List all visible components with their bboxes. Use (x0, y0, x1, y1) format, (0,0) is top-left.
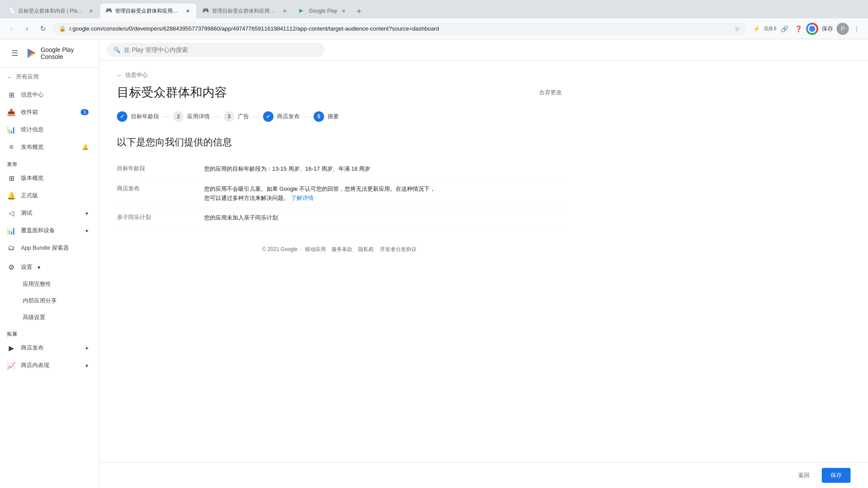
tab-favicon-2: 🎮 (106, 7, 113, 14)
help-button[interactable]: ❓ (792, 23, 804, 35)
sidebar-item-app-integrity[interactable]: 应用完整性 (0, 276, 96, 292)
breadcrumb-back-arrow[interactable]: ← (117, 72, 123, 79)
sidebar-item-release[interactable]: 🔔 正式版 (0, 187, 96, 204)
url-bar[interactable]: 🔒 r.google.com/console/u/0/developers/62… (52, 22, 747, 35)
sidebar-item-advanced[interactable]: 高级设置 (0, 309, 96, 326)
step-sep-4: — (303, 113, 310, 120)
tab-close-3[interactable]: ✕ (281, 7, 288, 14)
back-to-all-apps[interactable]: ← 所有应用 (0, 68, 99, 86)
main-content: 🔍 ← 信息中心 目标受众群体和内容 合弃更改 ✓ 目标年龄段 (99, 39, 868, 488)
coverage-icon: 📊 (7, 226, 16, 235)
step-5-label: 摘要 (328, 113, 339, 120)
sidebar-item-version-overview[interactable]: ⊞ 版本概览 (0, 169, 96, 187)
step-1-circle: ✓ (117, 111, 127, 122)
sidebar-item-label-release: 正式版 (21, 192, 38, 199)
footer-link-dev[interactable]: 开发者分发协议 (380, 246, 417, 252)
step-sep-3: — (253, 113, 260, 120)
table-row-1: 目标年龄段 您的应用的目标年龄段为：13-15 周岁、16-17 周岁、年满 1… (117, 159, 562, 179)
footer-link-privacy[interactable]: 隐私权 (358, 246, 374, 252)
menu-icon[interactable]: ☰ (7, 45, 23, 62)
menu-button[interactable]: ⋮ (851, 23, 863, 35)
sidebar-item-store-publish[interactable]: ▶ 商店发布 (0, 339, 96, 357)
tab-title-2: 管理目标受众群体和应用内容… (115, 7, 181, 15)
sidebar-item-label-test: 测试 (21, 209, 32, 217)
row-2-link[interactable]: 了解详情 (291, 195, 314, 201)
table-row-3: 亲子同乐计划 您的应用未加入亲子同乐计划 (117, 208, 562, 228)
forward-button[interactable]: › (21, 23, 33, 35)
lock-icon: 🔒 (59, 25, 66, 32)
discard-button[interactable]: 合弃更改 (539, 89, 562, 96)
row-3-label: 亲子同乐计划 (117, 208, 204, 228)
refresh-button[interactable]: ↻ (37, 23, 49, 35)
sidebar-item-store-performance[interactable]: 📈 商店内表现 (0, 357, 96, 374)
browser-tab-3[interactable]: 🎮 管理目标受众群体和应用内容… ✕ (197, 3, 293, 18)
breadcrumb: ← 信息中心 (117, 71, 562, 79)
page-title: 目标受众群体和内容 (117, 84, 227, 101)
info-center-icon: ⊞ (7, 90, 16, 99)
tab-favicon-3: 🎮 (202, 7, 209, 14)
sidebar-item-inbox[interactable]: 📥 收件箱 3 (0, 103, 96, 121)
back-label: 所有应用 (16, 73, 39, 81)
profile-name[interactable]: 保存 (820, 25, 835, 33)
browser-tab-2[interactable]: 🎮 管理目标受众群体和应用内容… ✕ (100, 3, 196, 18)
sidebar-item-label-stats: 统计信息 (21, 126, 44, 134)
tab-favicon-1: 📄 (9, 7, 16, 14)
app-layout: ☰ Google Play Console ← 所有应用 ⊞ 信息中心 📥 (0, 39, 868, 488)
breadcrumb-text: 信息中心 (125, 71, 148, 79)
step-sep-2: — (213, 113, 220, 120)
tab-close-2[interactable]: ✕ (184, 7, 191, 14)
sidebar-item-label-store-performance: 商店内表现 (21, 361, 49, 369)
save-button[interactable]: 保存 (822, 468, 851, 483)
sidebar-item-info-center[interactable]: ⊞ 信息中心 (0, 86, 96, 103)
bookmark-hint: 京牌车现身东京街头 (764, 23, 776, 35)
tab-title-3: 管理目标受众群体和应用内容… (212, 7, 278, 15)
store-performance-icon: 📈 (7, 361, 16, 370)
browser-tab-1[interactable]: 📄 目标受众群体和内容 | Plam Ba... ✕ (3, 3, 99, 18)
sidebar-item-label-coverage: 覆盖面和设备 (21, 227, 55, 234)
sidebar-item-label-info-center: 信息中心 (21, 91, 44, 99)
search-bar[interactable]: 🔍 (106, 43, 325, 57)
search-input[interactable] (124, 46, 318, 53)
new-tab-button[interactable]: + (353, 5, 365, 17)
sidebar-item-label-publish-overview: 发布概览 (21, 143, 44, 151)
tab-close-1[interactable]: ✕ (87, 7, 94, 14)
release-icon: 🔔 (7, 191, 16, 200)
stats-icon: 📊 (7, 125, 16, 134)
toolbar-right: ⚡ 京牌车现身东京街头 🔗 ❓ 保存 P ⋮ (750, 23, 863, 35)
sidebar-item-publish-overview[interactable]: ≡ 发布概览 🔔 (0, 138, 96, 156)
sidebar-item-settings[interactable]: ⚙ 设置 (0, 258, 96, 276)
step-4-circle: ✓ (263, 111, 273, 122)
step-3: 3 广告 (224, 111, 249, 122)
sidebar-item-coverage[interactable]: 📊 覆盖面和设备 (0, 222, 96, 239)
action-bar: 返回 保存 (99, 462, 868, 488)
browser-tab-4[interactable]: ▶ Google Play ✕ (294, 3, 352, 18)
link-button[interactable]: 🔗 (778, 23, 790, 35)
step-5: 5 摘要 (314, 111, 339, 122)
sidebar-item-internal-share[interactable]: 内部应用分享 (0, 292, 96, 309)
extensions-button[interactable]: ⚡ (750, 23, 762, 35)
sidebar-section-publish: 发布 (0, 156, 99, 169)
play-console-logo (26, 47, 37, 59)
tab-title-4: Google Play (309, 8, 337, 14)
step-4: ✓ 商店发布 (263, 111, 300, 122)
back-button-action[interactable]: 返回 (791, 468, 817, 483)
version-overview-icon: ⊞ (7, 174, 16, 182)
sidebar-item-label-internal-share: 内部应用分享 (23, 297, 57, 305)
tab-title-1: 目标受众群体和内容 | Plam Ba... (18, 7, 85, 15)
step-2-label: 应用详情 (187, 113, 210, 120)
sidebar-item-stats[interactable]: 📊 统计信息 (0, 121, 96, 138)
tab-close-4[interactable]: ✕ (340, 7, 347, 14)
sidebar-item-test[interactable]: ◁ 测试 (0, 204, 96, 222)
steps: ✓ 目标年龄段 — 2 应用详情 — 3 广告 — ✓ (117, 111, 562, 122)
sidebar-item-label-app-integrity: 应用完整性 (23, 280, 51, 288)
sidebar-item-label-settings: 设置 (21, 263, 32, 271)
sidebar-item-appbundle[interactable]: 🗂 App Bundle 探索器 (0, 239, 96, 257)
back-button[interactable]: ‹ (5, 23, 17, 35)
sidebar-item-label-appbundle: App Bundle 探索器 (21, 244, 69, 252)
address-bar: ‹ › ↻ 🔒 r.google.com/console/u/0/develop… (0, 18, 868, 39)
star-icon[interactable]: ☆ (735, 25, 740, 32)
footer-link-terms[interactable]: 服务条款 (331, 246, 352, 252)
profile-avatar[interactable]: P (837, 23, 849, 35)
step-5-circle: 5 (314, 111, 324, 122)
footer-link-mobile[interactable]: 移动应用 (305, 246, 326, 252)
